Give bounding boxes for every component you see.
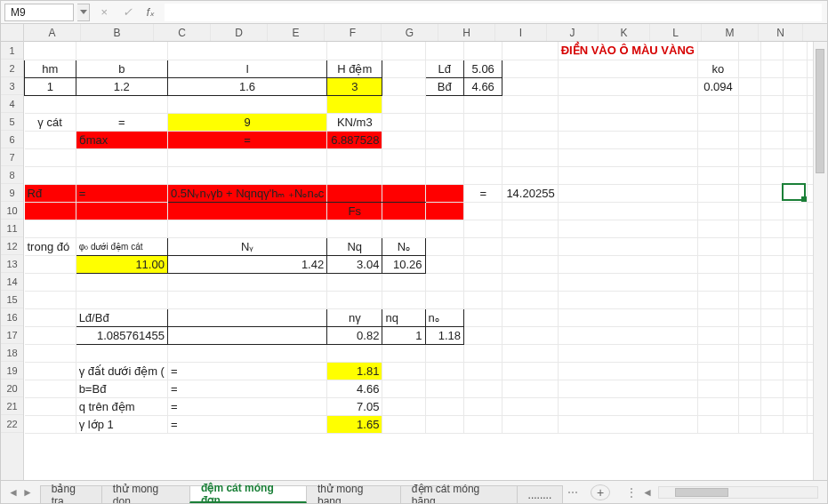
- cell[interactable]: Fs: [327, 202, 382, 220]
- cell[interactable]: [502, 255, 558, 273]
- cell[interactable]: [167, 273, 326, 291]
- cell[interactable]: 0.82: [327, 326, 382, 344]
- cell[interactable]: [783, 380, 807, 397]
- accept-icon[interactable]: ✓: [120, 5, 134, 19]
- cell[interactable]: [783, 237, 807, 255]
- cell[interactable]: [25, 415, 76, 433]
- cell[interactable]: [783, 326, 807, 344]
- sheet-tab[interactable]: thử mong don: [101, 485, 190, 503]
- cell[interactable]: [760, 184, 783, 202]
- cell[interactable]: [697, 148, 738, 166]
- cell[interactable]: [697, 255, 738, 273]
- cell[interactable]: [502, 202, 558, 220]
- row-header[interactable]: 14: [1, 273, 23, 291]
- cell[interactable]: [697, 308, 738, 326]
- cell[interactable]: [697, 291, 738, 308]
- cell[interactable]: ĐIỀN VÀO Ô MÀU VÀNG: [558, 42, 697, 60]
- cell[interactable]: [382, 362, 425, 380]
- cell[interactable]: [738, 220, 760, 237]
- cell[interactable]: [558, 237, 697, 255]
- cell[interactable]: [738, 397, 760, 415]
- sheet-tab[interactable]: bảng tra: [40, 485, 102, 503]
- cell[interactable]: [502, 131, 558, 148]
- cell[interactable]: [76, 344, 167, 362]
- cell[interactable]: [463, 113, 502, 131]
- cell[interactable]: γ cát: [25, 113, 76, 131]
- cell[interactable]: [783, 273, 807, 291]
- cell[interactable]: [760, 42, 783, 60]
- cell[interactable]: γ lớp 1: [76, 415, 167, 433]
- cell[interactable]: [697, 397, 738, 415]
- sheet-tab[interactable]: đệm cát móng đơn: [189, 485, 307, 503]
- cell[interactable]: trong đó: [25, 237, 76, 255]
- cell[interactable]: [783, 362, 807, 380]
- cell[interactable]: [783, 397, 807, 415]
- cell[interactable]: [738, 308, 760, 326]
- cell[interactable]: Lđ: [425, 60, 463, 77]
- cell[interactable]: 6.887528: [327, 131, 382, 148]
- cell[interactable]: =: [167, 380, 326, 397]
- column-header[interactable]: L: [650, 24, 702, 41]
- tab-nav-next[interactable]: ►: [22, 486, 33, 499]
- cell[interactable]: [760, 326, 783, 344]
- cell[interactable]: 1.18: [425, 326, 463, 344]
- row-header[interactable]: 10: [1, 202, 23, 220]
- cell[interactable]: [502, 362, 558, 380]
- cell[interactable]: Rđ: [25, 184, 76, 202]
- column-header[interactable]: G: [382, 24, 438, 41]
- cell[interactable]: [425, 148, 463, 166]
- cell[interactable]: [425, 415, 463, 433]
- cell[interactable]: [783, 184, 807, 202]
- cell[interactable]: [783, 415, 807, 433]
- cell[interactable]: [502, 380, 558, 397]
- cell[interactable]: Nᵧ: [167, 237, 326, 255]
- cell[interactable]: H đệm: [327, 60, 382, 77]
- cell[interactable]: [697, 326, 738, 344]
- cell[interactable]: [783, 42, 807, 60]
- cell[interactable]: [463, 362, 502, 380]
- cell[interactable]: 1.085761455: [76, 326, 167, 344]
- cell[interactable]: [760, 202, 783, 220]
- cell[interactable]: [25, 202, 76, 220]
- cell[interactable]: [463, 326, 502, 344]
- cell[interactable]: =: [76, 113, 167, 131]
- cell[interactable]: [327, 42, 382, 60]
- row-header[interactable]: 21: [1, 397, 23, 415]
- cell[interactable]: [558, 220, 697, 237]
- cell[interactable]: 3: [327, 77, 382, 95]
- cell[interactable]: [463, 166, 502, 184]
- cell[interactable]: [558, 148, 697, 166]
- cell[interactable]: [738, 344, 760, 362]
- cell[interactable]: [760, 148, 783, 166]
- cell[interactable]: [25, 326, 76, 344]
- cell[interactable]: [738, 415, 760, 433]
- cell[interactable]: 1: [382, 326, 425, 344]
- column-header[interactable]: E: [268, 24, 325, 41]
- cell[interactable]: [76, 166, 167, 184]
- cell[interactable]: [738, 273, 760, 291]
- cell[interactable]: [738, 237, 760, 255]
- cell[interactable]: [382, 380, 425, 397]
- cell[interactable]: [783, 60, 807, 77]
- scrollbar-thumb[interactable]: [816, 49, 824, 173]
- cell[interactable]: [25, 397, 76, 415]
- cell[interactable]: [738, 255, 760, 273]
- cell[interactable]: [502, 273, 558, 291]
- column-header[interactable]: N: [759, 24, 803, 41]
- fx-icon[interactable]: fₓ: [143, 6, 157, 19]
- cell[interactable]: [25, 95, 76, 113]
- cell[interactable]: [760, 380, 783, 397]
- cell[interactable]: b: [76, 60, 167, 77]
- cell[interactable]: [760, 113, 783, 131]
- cell[interactable]: Nₒ: [382, 237, 425, 255]
- hscroll-left-icon[interactable]: ◄: [642, 486, 653, 499]
- cell[interactable]: [760, 237, 783, 255]
- cell[interactable]: 1: [25, 77, 76, 95]
- cell[interactable]: [502, 237, 558, 255]
- cell[interactable]: [783, 113, 807, 131]
- row-header[interactable]: 7: [1, 148, 23, 166]
- cell[interactable]: [76, 148, 167, 166]
- cell[interactable]: [738, 148, 760, 166]
- cell[interactable]: [382, 77, 425, 95]
- cell[interactable]: [167, 148, 326, 166]
